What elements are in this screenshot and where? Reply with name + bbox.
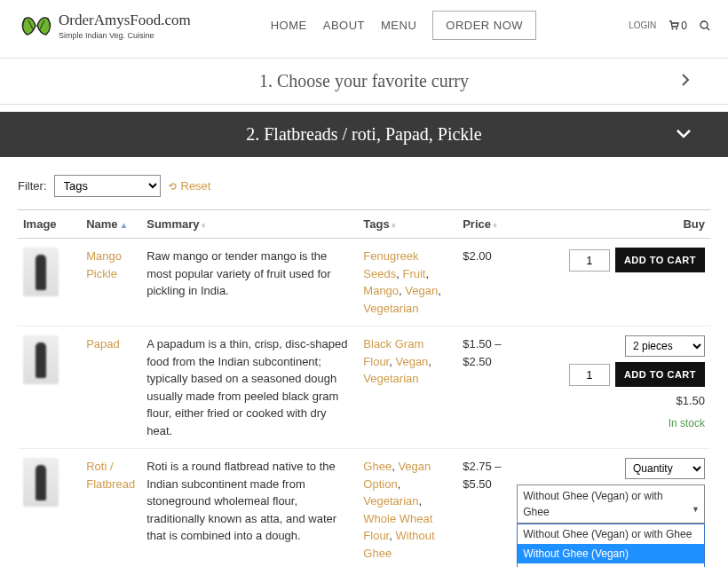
product-tags: Black Gram Flour, Vegan, Vegetarian [358, 327, 457, 449]
ghee-dropdown-list: Without Ghee (Vegan) or with Ghee Withou… [517, 524, 705, 567]
ghee-option[interactable]: Without Ghee (Vegan) [518, 544, 704, 563]
product-summary: Raw mango or tender mango is the most po… [141, 239, 358, 327]
site-tagline: Simple Indian Veg. Cuisine [59, 31, 191, 40]
tag-link[interactable]: Vegetarian [363, 302, 418, 315]
cart-icon [669, 20, 679, 30]
nav-menu[interactable]: MENU [381, 19, 416, 32]
product-image[interactable] [23, 458, 59, 507]
col-image: Image [18, 210, 81, 239]
products-table: Image Name▲ Summary♦ Tags♦ Price♦ Buy Ma… [18, 209, 710, 567]
chevron-down-icon [675, 124, 692, 145]
add-to-cart-button[interactable]: ADD TO CART [615, 248, 705, 272]
tag-link[interactable]: Fruit [402, 267, 425, 280]
accordion-step2-title: 2. Flatbreads / roti, Papad, Pickle [246, 124, 482, 145]
product-name-link[interactable]: Papad [86, 337, 120, 350]
variant-select[interactable]: 2 pieces [625, 335, 705, 357]
product-tags: Ghee, Vegan Option, Vegetarian, Whole Wh… [358, 449, 457, 568]
ghee-select-button[interactable]: Without Ghee (Vegan) or with Ghee [517, 484, 705, 524]
svg-point-3 [676, 28, 677, 30]
nav-order-now[interactable]: ORDER NOW [432, 11, 536, 40]
accordion-step2[interactable]: 2. Flatbreads / roti, Papad, Pickle [0, 112, 728, 157]
filter-row: Filter: Tags Reset [18, 175, 710, 197]
quantity-variant-select[interactable]: Quantity [625, 458, 705, 479]
undo-icon [168, 181, 178, 192]
search-icon[interactable] [700, 20, 710, 31]
nav-about[interactable]: ABOUT [323, 19, 365, 32]
product-tags: Fenugreek Seeds, Fruit, Mango, Vegan, Ve… [358, 239, 457, 327]
product-name-link[interactable]: Mango Pickle [86, 249, 122, 280]
table-row: Roti / Flatbread Roti is a round flatbre… [18, 449, 710, 568]
svg-point-4 [700, 21, 708, 28]
product-summary: A papadum is a thin, crisp, disc-shaped … [141, 327, 358, 449]
col-price[interactable]: Price♦ [457, 210, 511, 239]
col-name[interactable]: Name▲ [81, 210, 141, 239]
cart-count: 0 [681, 20, 687, 32]
filter-label: Filter: [18, 179, 47, 193]
stock-status: In stock [669, 415, 705, 431]
product-image[interactable] [23, 248, 59, 296]
leaf-logo-icon [18, 12, 55, 40]
col-summary[interactable]: Summary♦ [141, 210, 358, 239]
quantity-input[interactable] [569, 364, 610, 386]
ghee-option-select[interactable]: Without Ghee (Vegan) or with Ghee Withou… [517, 484, 705, 524]
product-price: $2.75 – $5.50 [457, 449, 511, 568]
accordion-step1-title: 1. Choose your favorite curry [259, 71, 469, 91]
product-image[interactable] [23, 335, 59, 384]
chevron-right-icon [678, 71, 692, 91]
main-nav: HOME ABOUT MENU ORDER NOW [271, 11, 536, 40]
site-name: OrderAmysFood.com [59, 12, 191, 29]
product-name-link[interactable]: Roti / Flatbread [86, 460, 135, 491]
tag-link[interactable]: Vegetarian [363, 372, 418, 385]
ghee-option[interactable]: With Ghee [518, 563, 704, 567]
tag-link[interactable]: Ghee [363, 460, 392, 473]
tag-link[interactable]: Vegetarian [363, 494, 418, 508]
logo[interactable]: OrderAmysFood.com Simple Indian Veg. Cui… [18, 12, 191, 40]
accordion-step1[interactable]: 1. Choose your favorite curry [0, 58, 728, 105]
ghee-option[interactable]: Without Ghee (Vegan) or with Ghee [518, 524, 704, 544]
sort-icon: ♦ [201, 220, 205, 230]
svg-point-2 [672, 28, 674, 30]
col-tags: Tags♦ [358, 210, 457, 239]
tag-link[interactable]: Vegan [405, 284, 438, 297]
col-buy: Buy [511, 210, 710, 239]
sort-icon: ♦ [392, 220, 396, 230]
tag-link[interactable]: Mango [363, 284, 399, 297]
product-summary: Roti is a round flatbread native to the … [141, 449, 358, 568]
tag-link[interactable]: Vegan [395, 355, 428, 368]
unit-price: $1.50 [676, 392, 705, 410]
nav-home[interactable]: HOME [271, 19, 307, 32]
filter-tags-select[interactable]: Tags [54, 175, 161, 197]
product-price: $1.50 – $2.50 [457, 327, 511, 449]
cart-link[interactable]: 0 [669, 20, 687, 32]
site-header: OrderAmysFood.com Simple Indian Veg. Cui… [0, 0, 728, 51]
table-row: Mango Pickle Raw mango or tender mango i… [18, 239, 710, 327]
sort-asc-icon: ▲ [120, 220, 129, 230]
quantity-input[interactable] [569, 249, 610, 272]
product-price: $2.00 [457, 239, 511, 327]
svg-line-5 [707, 28, 709, 30]
login-link[interactable]: LOGIN [629, 20, 656, 30]
table-row: Papad A papadum is a thin, crisp, disc-s… [18, 327, 710, 449]
reset-button[interactable]: Reset [168, 179, 211, 193]
sort-icon: ♦ [493, 220, 497, 230]
add-to-cart-button[interactable]: ADD TO CART [615, 362, 705, 387]
